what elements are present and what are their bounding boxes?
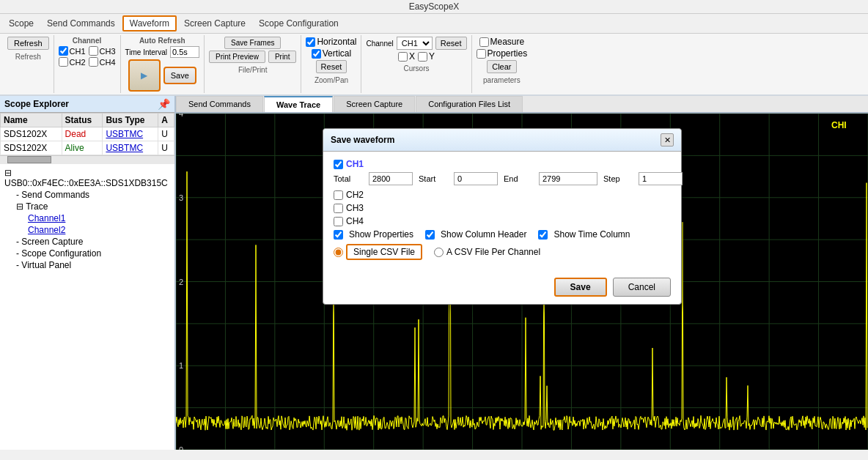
show-properties-checkbox[interactable] xyxy=(334,230,343,240)
dialog-close-button[interactable]: ✕ xyxy=(661,133,674,146)
horizontal-checkbox[interactable] xyxy=(306,37,315,47)
show-time-column-label: Show Time Column xyxy=(553,229,630,240)
print-button[interactable]: Print xyxy=(268,51,297,63)
ch3-checkbox[interactable] xyxy=(89,46,98,56)
save-frames-button[interactable]: Save Frames xyxy=(224,37,281,49)
zoom-reset-button[interactable]: Reset xyxy=(316,60,347,73)
tree-virtual-panel-label: Virtual Panel xyxy=(21,260,71,270)
save-waveform-dialog: Save waveform ✕ CH1 Total Start xyxy=(323,128,682,305)
col-name: Name xyxy=(1,114,62,127)
measure-checkbox[interactable] xyxy=(479,37,489,47)
step-input[interactable] xyxy=(639,172,683,185)
properties-checkbox[interactable] xyxy=(477,49,486,59)
explorer-tree: ⊟ USB0::0xF4EC::0xEE3A::SDS1XDB315C - Se… xyxy=(0,164,174,450)
tab-send-commands[interactable]: Send Commands xyxy=(176,96,263,112)
x-checkbox[interactable] xyxy=(398,52,408,62)
tree-channel2[interactable]: Channel2 xyxy=(4,224,170,236)
menu-scope[interactable]: Scope xyxy=(3,17,40,30)
scrollbar-thumb[interactable] xyxy=(7,156,51,163)
ch2-checkbox-label: CH2 xyxy=(59,57,86,67)
refresh-group: Refresh Refresh xyxy=(3,35,54,93)
dialog-ch3-checkbox[interactable] xyxy=(334,204,343,213)
start-input[interactable] xyxy=(454,172,498,185)
dialog-cancel-button[interactable]: Cancel xyxy=(613,278,671,297)
total-input[interactable] xyxy=(369,172,413,185)
table-row[interactable]: SDS1202X Dead USBTMC U xyxy=(1,127,174,141)
y-checkbox[interactable] xyxy=(418,52,427,62)
zoom-pan-group: Horizontal Vertical Reset Zoom/Pan xyxy=(301,35,361,93)
vertical-checkbox-label: Vertical xyxy=(312,48,351,59)
device-status-2: Alive xyxy=(62,141,103,155)
save-button[interactable]: Save xyxy=(163,67,196,84)
table-row[interactable]: SDS1202X Alive USBTMC U xyxy=(1,141,174,155)
dialog-ch1-checkbox[interactable] xyxy=(334,160,343,169)
dialog-ch4-checkbox[interactable] xyxy=(334,217,343,226)
menu-bar: Scope Send Commands Waveform Screen Capt… xyxy=(0,14,868,34)
ch4-checkbox[interactable] xyxy=(89,57,98,67)
col-bus-type: Bus Type xyxy=(103,114,158,127)
end-input[interactable] xyxy=(539,172,597,185)
show-column-header-label: Show Column Header xyxy=(441,229,526,240)
zoom-pan-label: Zoom/Pan xyxy=(315,76,348,84)
device-status-1: Dead xyxy=(62,127,103,141)
tab-wave-trace[interactable]: Wave Trace xyxy=(264,96,333,112)
show-column-header-checkbox[interactable] xyxy=(425,230,435,240)
auto-refresh-group: Auto Refresh Time Interval ▶ Save xyxy=(121,35,205,93)
refresh-label: Refresh xyxy=(15,53,41,61)
ch1-checkbox[interactable] xyxy=(59,46,68,56)
x-checkbox-label: X xyxy=(398,51,415,62)
device-name-1: SDS1202X xyxy=(1,127,62,141)
title-bar: EasyScopeX xyxy=(0,0,868,14)
dialog-save-button[interactable]: Save xyxy=(554,278,607,297)
single-csv-radio[interactable] xyxy=(334,248,343,257)
per-channel-radio[interactable] xyxy=(434,248,444,257)
device-addr-2: U xyxy=(158,141,174,155)
dialog-ch4-label: CH4 xyxy=(346,216,364,226)
tab-config-files[interactable]: Configuration Files List xyxy=(416,96,523,112)
tabs: Send Commands Wave Trace Screen Capture … xyxy=(176,96,868,114)
file-print-label: File/Print xyxy=(238,66,267,74)
cursors-group-label: Cursors xyxy=(403,64,429,73)
time-interval-label: Time Interval xyxy=(125,48,167,56)
horizontal-scrollbar[interactable] xyxy=(0,155,174,164)
menu-scope-config[interactable]: Scope Configuration xyxy=(253,17,345,30)
clear-button[interactable]: Clear xyxy=(487,60,516,73)
cursor-channel-select[interactable]: CH1 CH2 CH3 CH4 xyxy=(397,37,433,50)
play-button[interactable]: ▶ xyxy=(128,59,161,92)
main-content: Scope Explorer 📌 Name Status Bus Type A … xyxy=(0,96,868,450)
menu-screen-capture[interactable]: Screen Capture xyxy=(178,17,251,30)
per-channel-option: A CSV File Per Channel xyxy=(434,247,540,257)
ch2-checkbox[interactable] xyxy=(59,57,68,67)
single-csv-label[interactable]: Single CSV File xyxy=(346,244,422,260)
time-interval-input[interactable] xyxy=(170,46,199,58)
refresh-button[interactable]: Refresh xyxy=(7,37,49,50)
dialog-ch2-checkbox[interactable] xyxy=(334,190,343,200)
tree-screen-capture: - Screen Capture xyxy=(4,236,170,248)
tree-trace-label: Trace xyxy=(26,201,48,212)
tree-channel1[interactable]: Channel1 xyxy=(4,212,170,224)
start-label: Start xyxy=(419,174,448,183)
device-bus-2: USBTMC xyxy=(103,141,158,155)
cursor-reset-button[interactable]: Reset xyxy=(435,37,467,50)
ch3-row: CH3 xyxy=(334,203,671,213)
show-time-column-checkbox[interactable] xyxy=(538,230,548,240)
dialog-ch3-label: CH3 xyxy=(346,203,364,213)
explorer-pin-icon[interactable]: 📌 xyxy=(158,98,170,110)
tab-screen-capture[interactable]: Screen Capture xyxy=(334,96,415,112)
dialog-params-row: Total Start End Step xyxy=(334,172,671,185)
dialog-footer: Save Cancel xyxy=(323,273,681,304)
print-preview-button[interactable]: Print Preview xyxy=(209,51,265,63)
csv-options-row: Single CSV File A CSV File Per Channel xyxy=(334,244,671,260)
step-label: Step xyxy=(603,174,633,183)
show-options-row: Show Properties Show Column Header Show … xyxy=(334,229,671,240)
menu-send-commands[interactable]: Send Commands xyxy=(41,17,121,30)
tree-channel2-link[interactable]: Channel2 xyxy=(28,225,65,235)
end-label: End xyxy=(504,174,533,183)
explorer-header: Scope Explorer 📌 xyxy=(0,96,174,113)
tree-send-commands: - Send Commands xyxy=(4,189,170,201)
menu-waveform[interactable]: Waveform xyxy=(122,15,177,31)
tree-channel1-link[interactable]: Channel1 xyxy=(28,213,65,223)
chart-area: Save waveform ✕ CH1 Total Start xyxy=(176,114,868,450)
vertical-checkbox[interactable] xyxy=(312,49,321,59)
channel-group: Channel CH1 CH3 CH2 CH4 xyxy=(54,35,121,93)
